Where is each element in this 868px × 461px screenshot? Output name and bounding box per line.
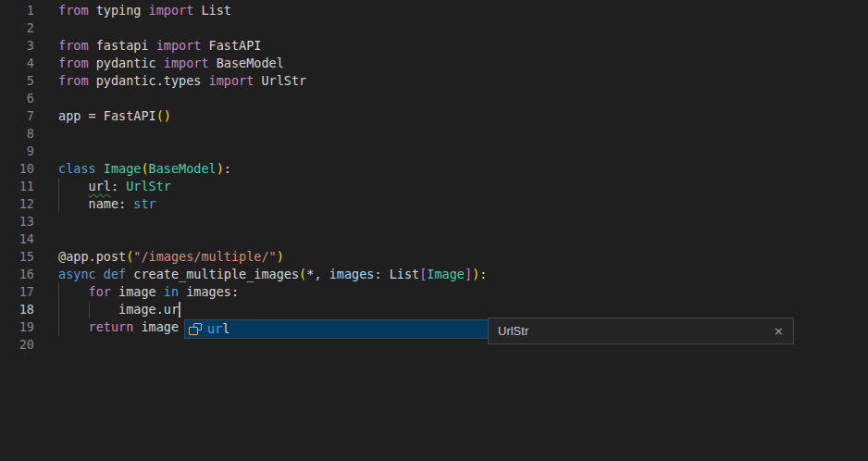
code-token: def [104,267,126,281]
code-token: typing [89,3,149,18]
suggestion-label-match: ur [207,321,222,336]
code-line[interactable]: 6 [0,90,868,107]
suggestion-item-url[interactable]: url [185,320,488,338]
code-token: app = FastAPI [58,108,156,123]
code-token: @app.post [58,249,126,264]
code-editor: 1from typing import List23from fastapi i… [0,0,868,461]
code-line[interactable]: 7app = FastAPI() [0,107,868,125]
line-number: 9 [0,143,34,160]
code-token: "/images/multiple/" [133,249,276,264]
indent-guide [58,283,59,301]
line-number: 8 [0,125,34,143]
code-line[interactable]: 18 image.ur [0,301,868,318]
line-number: 2 [0,19,34,37]
indent-guide [58,178,59,195]
code-token: ( [141,161,148,176]
code-token: from [58,56,89,70]
code-line[interactable]: 5from pydantic.types import UrlStr [0,72,868,90]
field-icon-front-square [189,327,198,335]
code-token: BaseModel [209,56,284,70]
code-token: : [111,179,126,193]
code-line[interactable]: 17 for image in images: [0,283,868,301]
suggestion-label-rest: l [222,321,229,336]
line-number: 7 [0,107,34,125]
line-number: 13 [0,213,34,230]
code-token: : [479,267,487,281]
code-token: UrlStr [254,73,306,88]
code-token: import [149,3,194,18]
close-icon[interactable]: × [774,324,784,338]
code-line[interactable]: 13 [0,213,868,230]
code-line[interactable]: 15@app.post("/images/multiple/") [0,248,868,266]
code-token: UrlStr [126,179,171,193]
code-token: class [58,161,96,176]
code-line[interactable]: 2 [0,19,868,37]
code-token: *, [306,267,329,281]
code-token: List [193,3,231,18]
code-line[interactable]: 8 [0,125,868,143]
suggest-detail-panel: UrlStr × [488,318,794,344]
line-number: 18 [0,301,34,318]
code-token: fastapi [89,38,156,53]
code-line[interactable]: 1from typing import List [0,2,868,19]
line-number: 16 [0,266,34,283]
line-number: 6 [0,90,34,107]
code-token [58,284,89,299]
suggest-list: url [184,319,489,339]
code-token: async [58,267,96,281]
code-token: image.ur [58,302,179,317]
indent-guide [58,318,59,336]
code-token [58,179,89,193]
code-token: import [164,56,209,70]
code-lines: 1from typing import List23from fastapi i… [0,2,868,354]
code-line[interactable]: 10class Image(BaseModel): [0,160,868,178]
indent-guide [58,301,59,318]
code-token: import [156,38,202,53]
code-token [96,161,104,176]
code-line[interactable]: 14 [0,230,868,248]
code-line[interactable]: 3from fastapi import FastAPI [0,37,868,55]
code-line[interactable]: 16async def create_multiple_images(*, im… [0,266,868,283]
line-number: 14 [0,230,34,248]
code-token: : List [374,267,419,281]
line-number: 4 [0,55,34,72]
code-token: BaseModel [149,161,217,176]
line-number: 3 [0,37,34,55]
field-icon [188,322,203,337]
line-number: 12 [0,195,34,213]
code-token: pydantic.types [89,73,209,88]
text-cursor [179,302,180,318]
code-token: from [58,38,89,53]
code-token: create_multiple_images [126,267,299,281]
code-token: str [133,196,155,211]
suggestion-label: url [207,320,229,338]
code-line[interactable]: 4from pydantic import BaseModel [0,55,868,72]
line-number: 17 [0,283,34,301]
code-token: Image [104,161,142,176]
line-number: 19 [0,318,34,336]
code-token: from [58,73,89,88]
code-token [58,319,89,334]
line-number: 20 [0,336,34,354]
code-token: image [111,284,164,299]
code-token: in [164,284,179,299]
code-token: FastAPI [201,38,261,53]
code-token: ) [277,249,284,264]
indent-guide [58,195,59,213]
code-token: ] [465,267,472,281]
code-token: images [329,267,375,281]
code-token: return [89,319,134,334]
indent-guide [89,301,90,318]
code-line[interactable]: 11 url: UrlStr [0,178,868,195]
code-token: url [89,179,111,193]
line-number: 15 [0,248,34,266]
code-token: from [58,3,89,18]
code-line[interactable]: 9 [0,143,868,160]
suggest-detail-text: UrlStr [498,324,528,338]
line-number: 1 [0,2,34,19]
code-line[interactable]: 12 name: str [0,195,868,213]
code-token: Image [427,267,465,281]
line-number: 5 [0,72,34,90]
code-token: () [156,108,171,123]
code-token: : [224,161,231,176]
